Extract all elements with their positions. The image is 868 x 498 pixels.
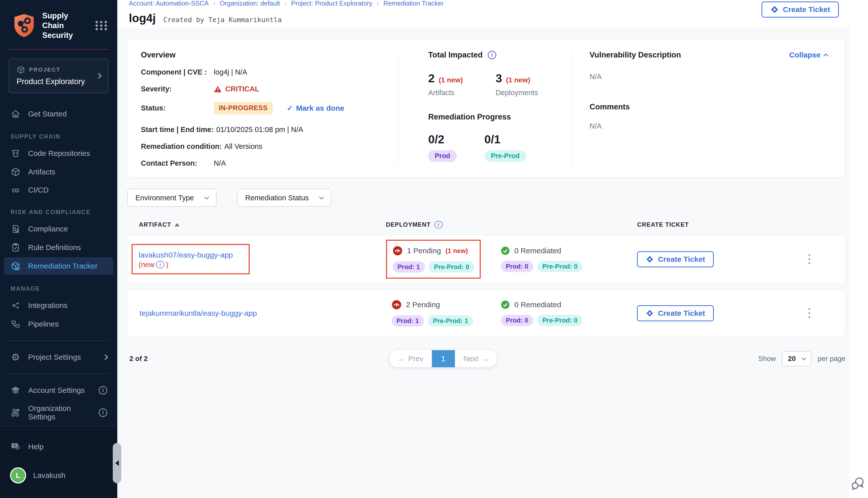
sidebar-item-account-settings[interactable]: Account Settings i <box>4 381 113 399</box>
status-badge: IN-PROGRESS <box>214 102 273 115</box>
breadcrumb-project[interactable]: Project: Product Exploratory <box>291 0 373 7</box>
app-grid-icon[interactable] <box>94 19 108 31</box>
overview-row-component: Component | CVE : log4j | N/A <box>141 68 385 76</box>
chat-bubbles-icon[interactable] <box>850 476 866 492</box>
deployments-label: Deployments <box>495 89 538 97</box>
info-icon[interactable]: i <box>488 51 496 59</box>
deployment-cell: 2 Pending Prod: 1 Pre-Prod: 1 <box>386 295 501 331</box>
artifact-header-label: ARTIFACT <box>139 221 171 228</box>
sidebar-item-artifacts[interactable]: Artifacts <box>4 163 113 181</box>
deployment-header-label: DEPLOYMENT <box>386 221 431 228</box>
sidebar-item-integrations[interactable]: Integrations <box>4 297 113 314</box>
row-actions-menu[interactable] <box>808 254 810 264</box>
preprod-count-badge: Pre-Prod: 0 <box>537 261 582 272</box>
condition-label: Remediation condition: <box>141 142 224 150</box>
chevron-down-icon <box>204 195 209 199</box>
app-title: Supply Chain Security <box>42 11 88 40</box>
info-icon[interactable]: i <box>434 221 443 228</box>
sidebar-item-organization-settings[interactable]: Organization Settings i <box>4 400 113 425</box>
preprod-count-badge: Pre-Prod: 1 <box>428 315 473 327</box>
artifact-cell: lavakush07/easy-buggy-app (new i ) <box>128 244 386 274</box>
artifacts-count: 2 <box>428 71 435 85</box>
info-icon[interactable]: i <box>99 408 107 417</box>
help-chat-icon: ? <box>10 442 21 452</box>
remediated-check-icon <box>501 246 510 255</box>
breadcrumb-remediation-tracker[interactable]: Remediation Tracker <box>384 0 444 7</box>
sort-ascending-icon <box>174 223 180 226</box>
sidebar-item-pipelines[interactable]: Pipelines <box>4 315 113 333</box>
page-size-value: 20 <box>788 355 796 363</box>
sidebar-item-label: Rule Definitions <box>28 243 81 252</box>
pagination-bar: 2 of 2 ← Prev 1 Next → Show 20 per page <box>127 348 845 370</box>
critical-triangle-icon <box>214 86 222 93</box>
info-icon[interactable]: i <box>99 386 107 395</box>
box-icon <box>10 167 21 177</box>
check-icon: ✓ <box>287 104 293 113</box>
svg-text:?: ? <box>14 444 16 448</box>
sidebar-item-get-started[interactable]: Get Started <box>4 105 113 123</box>
section-risk-compliance: RISK AND COMPLIANCE <box>0 209 117 215</box>
sidebar-item-label: Remediation Tracker <box>28 262 98 270</box>
next-page-button[interactable]: Next → <box>455 350 497 367</box>
result-count: 2 of 2 <box>129 355 148 363</box>
sidebar-item-label: Pipelines <box>28 320 59 328</box>
user-menu[interactable]: L Lavakush <box>4 463 113 487</box>
sidebar-item-label: Artifacts <box>28 168 55 176</box>
breadcrumb-organization[interactable]: Organization: default <box>220 0 280 7</box>
artifact-link[interactable]: lavakush07/easy-buggy-app <box>139 251 233 259</box>
sidebar-item-project-settings[interactable]: ⚙ Project Settings <box>4 349 113 366</box>
remediation-status-filter[interactable]: Remediation Status <box>237 189 331 207</box>
page-number-active[interactable]: 1 <box>432 350 455 367</box>
page-size-select[interactable]: 20 <box>782 351 812 366</box>
create-ticket-cell: Create Ticket <box>637 251 773 267</box>
environment-type-filter[interactable]: Environment Type <box>127 189 217 207</box>
infinity-icon: ∞ <box>10 186 21 194</box>
ticket-diamond-icon <box>646 309 654 317</box>
sidebar-item-compliance[interactable]: Compliance <box>4 220 113 238</box>
artifacts-label: Artifacts <box>428 89 463 97</box>
sidebar-item-rule-definitions[interactable]: Rule Definitions <box>4 239 113 256</box>
impact-column: Total Impacted i 2 (1 new) Artifacts 3 <box>398 51 572 167</box>
row-create-ticket-button[interactable]: Create Ticket <box>637 305 714 321</box>
annotation-box-pending: 1 Pending (1 new) Prod: 1 Pre-Prod: 0 <box>386 240 481 279</box>
mark-as-done-link[interactable]: ✓ Mark as done <box>287 104 344 113</box>
sidebar-item-label: Account Settings <box>28 386 85 395</box>
project-selector[interactable]: PROJECT Product Exploratory <box>9 58 109 93</box>
pending-gauge-icon <box>392 246 403 256</box>
collapse-link[interactable]: Collapse <box>789 51 828 59</box>
sidebar: Supply Chain Security PROJECT <box>0 0 117 498</box>
artifact-link[interactable]: tejakummarikuntla/easy-buggy-app <box>140 309 257 317</box>
artifact-column-header[interactable]: ARTIFACT <box>127 221 386 228</box>
prev-page-button[interactable]: ← Prev <box>389 350 432 367</box>
sidebar-item-cicd[interactable]: ∞ CI/CD <box>4 182 113 198</box>
preprod-progress-stat: 0/1 Pre-Prod <box>484 132 526 162</box>
severity-value: CRITICAL <box>225 85 259 93</box>
breadcrumb-account[interactable]: Account: Automation-SSCA <box>129 0 209 7</box>
chevron-right-icon <box>96 73 102 79</box>
sidebar-item-remediation-tracker[interactable]: Remediation Tracker <box>4 257 113 275</box>
remediation-progress-heading: Remediation Progress <box>428 113 562 121</box>
row-actions-menu[interactable] <box>808 308 810 318</box>
sidebar-item-code-repositories[interactable]: Code Repositories <box>4 145 113 162</box>
row-create-ticket-button[interactable]: Create Ticket <box>637 251 714 267</box>
overview-row-condition: Remediation condition: All Versions <box>141 142 385 150</box>
pager: ← Prev 1 Next → <box>389 350 497 367</box>
sidebar-divider <box>9 340 109 341</box>
comments-heading: Comments <box>590 102 828 112</box>
create-ticket-button[interactable]: Create Ticket <box>762 1 839 17</box>
document-search-icon <box>10 224 21 234</box>
sidebar-item-label: Get Started <box>28 110 67 118</box>
home-icon <box>10 109 21 119</box>
component-label: Component | CVE : <box>141 68 214 76</box>
sidebar-collapse-handle[interactable] <box>113 443 121 483</box>
arrow-right-icon: → <box>481 355 489 363</box>
overview-column: Overview Component | CVE : log4j | N/A S… <box>128 51 398 167</box>
shield-logo-icon <box>13 13 36 38</box>
pending-gauge-icon <box>391 300 402 310</box>
table-row: lavakush07/easy-buggy-app (new i ) <box>127 235 845 284</box>
sidebar-item-help[interactable]: ? Help <box>4 438 113 456</box>
overview-row-time: Start time | End time: 01/10/2025 01:08 … <box>141 126 385 134</box>
next-label: Next <box>463 355 478 363</box>
info-icon[interactable]: i <box>156 261 165 268</box>
chevron-up-icon <box>823 53 828 58</box>
